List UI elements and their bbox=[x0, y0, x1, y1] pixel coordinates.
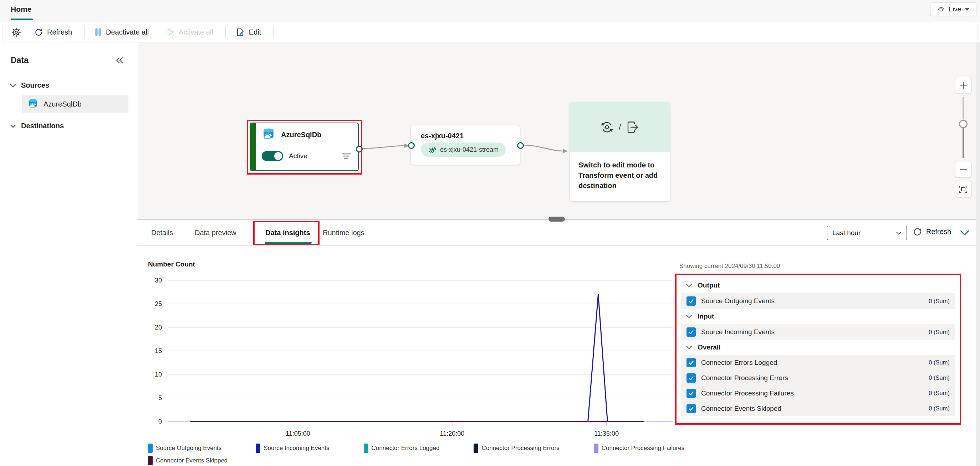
metric-checkbox-checked[interactable] bbox=[687, 296, 696, 306]
edit-label: Edit bbox=[249, 28, 261, 36]
svg-text:5: 5 bbox=[158, 395, 162, 401]
metric-checkbox-checked[interactable] bbox=[687, 404, 696, 413]
settings-button[interactable] bbox=[8, 25, 25, 39]
svg-text:25: 25 bbox=[155, 300, 162, 307]
chart-refresh-label: Refresh bbox=[926, 228, 951, 236]
legend-item: Connector Processing Errors bbox=[474, 444, 559, 453]
refresh-button[interactable]: Refresh bbox=[31, 25, 76, 39]
metric-row: Connector Processing Errors 0 (Sum) bbox=[681, 370, 955, 385]
live-mode-button[interactable]: Live bbox=[930, 2, 977, 16]
ribbon-tab-home[interactable]: Home bbox=[11, 5, 31, 14]
metric-label: Source Incoming Events bbox=[701, 328, 775, 336]
metric-label: Connector Processing Failures bbox=[701, 389, 794, 397]
activate-all-label: Activate all bbox=[179, 28, 213, 36]
metric-checkbox-checked[interactable] bbox=[687, 389, 696, 398]
sql-database-icon: SQL bbox=[28, 98, 38, 110]
metrics-section-overall[interactable]: Overall bbox=[681, 341, 955, 355]
edit-pencil-icon bbox=[236, 28, 245, 37]
chevron-down-icon bbox=[10, 83, 16, 88]
metrics-overall-block: Connector Errors Logged 0 (Sum) Connecto… bbox=[681, 355, 955, 416]
legend-item: Source Incoming Events bbox=[256, 444, 329, 453]
legend-item: Source Outgoing Events bbox=[148, 444, 221, 453]
legend-swatch bbox=[148, 456, 153, 465]
time-range-select[interactable]: Last hour bbox=[827, 226, 907, 240]
section-label: Input bbox=[698, 312, 714, 320]
refresh-icon bbox=[913, 227, 922, 236]
activate-all-button: Activate all bbox=[163, 25, 217, 39]
gear-icon bbox=[11, 27, 21, 37]
sidebar-title: Data bbox=[11, 55, 29, 65]
legend-swatch bbox=[148, 444, 153, 453]
data-sidebar bbox=[0, 43, 137, 220]
section-label: Output bbox=[698, 281, 720, 289]
metric-value: 0 (Sum) bbox=[929, 374, 950, 381]
metric-row: Connector Errors Logged 0 (Sum) bbox=[681, 355, 955, 370]
metrics-section-input[interactable]: Input bbox=[681, 310, 955, 323]
chart-refresh-button[interactable]: Refresh bbox=[913, 227, 951, 236]
edit-button[interactable]: Edit bbox=[232, 25, 265, 39]
svg-text:10: 10 bbox=[155, 371, 162, 378]
legend-swatch bbox=[364, 444, 368, 453]
output-port bbox=[517, 142, 524, 149]
metric-checkbox-checked[interactable] bbox=[687, 358, 696, 367]
deactivate-all-button[interactable]: Deactivate all bbox=[91, 25, 152, 39]
legend-label: Source Outgoing Events bbox=[156, 445, 221, 452]
metric-value: 0 (Sum) bbox=[929, 390, 950, 396]
metric-checkbox-checked[interactable] bbox=[687, 327, 696, 337]
chevron-down-icon bbox=[686, 283, 692, 287]
section-label: Overall bbox=[698, 344, 721, 351]
chevron-down-icon bbox=[686, 314, 692, 319]
legend-swatch bbox=[594, 444, 598, 453]
time-range-value: Last hour bbox=[832, 229, 896, 237]
tab-data-preview[interactable]: Data preview bbox=[195, 229, 237, 237]
showing-current-label: Showing current 2024/09/30 11:50:00 bbox=[679, 263, 780, 270]
svg-text:11:05:00: 11:05:00 bbox=[286, 430, 310, 437]
legend-item: Connector Events Skipped bbox=[148, 456, 228, 465]
chevron-down-icon bbox=[686, 345, 692, 350]
legend-label: Source Incoming Events bbox=[264, 445, 329, 452]
legend-label: Connector Processing Errors bbox=[482, 445, 559, 452]
svg-text:11:35:00: 11:35:00 bbox=[594, 430, 619, 437]
chart-legend: Source Outgoing Events Source Incoming E… bbox=[148, 444, 684, 465]
metric-label: Source Outgoing Events bbox=[701, 297, 775, 305]
metric-row: Source Incoming Events 0 (Sum) bbox=[681, 324, 955, 340]
metric-value: 0 (Sum) bbox=[929, 329, 950, 336]
collapse-sidebar-icon[interactable] bbox=[115, 55, 124, 66]
eventstream-app: Home Live Refresh bbox=[0, 0, 980, 466]
tabs-bottom-border bbox=[137, 246, 980, 246]
metrics-line-chart: 30252015105011:05:0011:20:0011:35:00 bbox=[145, 275, 677, 440]
toolbar-divider bbox=[84, 26, 84, 38]
tab-details[interactable]: Details bbox=[151, 229, 173, 237]
caret-down-icon bbox=[965, 8, 970, 11]
ribbon-tabstrip: Home Live bbox=[0, 0, 980, 22]
metrics-selector-panel: Output Source Outgoing Events 0 (Sum) In… bbox=[675, 274, 961, 425]
legend-item: Connector Errors Logged bbox=[364, 444, 440, 453]
refresh-label: Refresh bbox=[47, 28, 72, 36]
metric-checkbox-checked[interactable] bbox=[687, 373, 696, 383]
sources-label: Sources bbox=[21, 81, 49, 89]
sidebar-group-destinations[interactable]: Destinations bbox=[10, 122, 64, 130]
collapse-panel-chevron[interactable] bbox=[959, 230, 970, 238]
sidebar-item-azuresqldb[interactable]: SQL AzureSqlDb bbox=[22, 95, 128, 113]
toolbar-divider bbox=[273, 26, 274, 38]
sidebar-group-sources[interactable]: Sources bbox=[10, 81, 49, 89]
svg-text:0: 0 bbox=[158, 418, 162, 425]
metric-label: Connector Events Skipped bbox=[701, 405, 781, 412]
metric-value: 0 (Sum) bbox=[929, 359, 950, 366]
svg-text:30: 30 bbox=[155, 277, 162, 284]
live-icon bbox=[937, 5, 945, 14]
annotation-box-source-node bbox=[247, 120, 362, 174]
svg-text:11:20:00: 11:20:00 bbox=[440, 430, 465, 437]
play-icon bbox=[167, 28, 174, 36]
home-tab-underline bbox=[11, 19, 33, 20]
live-label: Live bbox=[949, 5, 961, 13]
svg-text:20: 20 bbox=[155, 324, 162, 331]
input-port bbox=[408, 142, 415, 149]
metric-row: Connector Processing Failures 0 (Sum) bbox=[681, 385, 955, 401]
metric-value: 0 (Sum) bbox=[929, 298, 950, 304]
chevron-down-icon bbox=[896, 231, 902, 235]
tab-runtime-logs[interactable]: Runtime logs bbox=[323, 229, 364, 237]
metrics-section-output[interactable]: Output bbox=[681, 279, 955, 293]
splitter-drag-handle[interactable] bbox=[549, 217, 565, 222]
ribbon-toolbar: Refresh Deactivate all Activate all Edit bbox=[3, 22, 977, 42]
